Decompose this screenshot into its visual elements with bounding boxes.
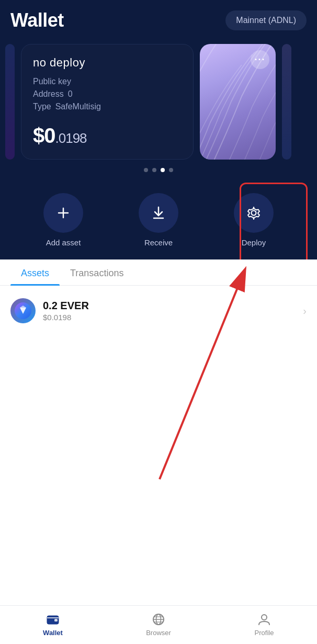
nav-browser-label: Browser bbox=[146, 629, 171, 637]
actions-section: Add asset Receive Deploy bbox=[0, 187, 317, 259]
decorative-card: ··· bbox=[200, 44, 276, 160]
user-nav-icon bbox=[257, 612, 271, 627]
pagination-dots bbox=[0, 168, 317, 172]
type-value: SafeMultisig bbox=[55, 102, 101, 111]
add-asset-action[interactable]: Add asset bbox=[43, 193, 83, 247]
card-more-button[interactable]: ··· bbox=[251, 50, 269, 69]
card-type-row: Type SafeMultisig bbox=[33, 102, 182, 111]
main-wallet-card[interactable]: no deploy Public key Address 0 Type Safe… bbox=[21, 44, 194, 160]
dot-1 bbox=[144, 168, 148, 172]
card-partial-left bbox=[5, 44, 15, 160]
cards-scroll: no deploy Public key Address 0 Type Safe… bbox=[0, 44, 317, 160]
nav-wallet[interactable]: Wallet bbox=[0, 606, 106, 644]
public-key-label: Public key bbox=[33, 77, 71, 86]
ever-logo-icon bbox=[15, 302, 31, 319]
receive-button[interactable] bbox=[139, 193, 178, 233]
ever-value: $0.0198 bbox=[43, 313, 296, 322]
dot-3-active bbox=[161, 168, 165, 172]
svg-point-15 bbox=[262, 615, 267, 620]
balance-decimal: .0198 bbox=[55, 130, 87, 146]
ever-amount: 0.2 EVER bbox=[43, 300, 296, 312]
nav-profile[interactable]: Profile bbox=[211, 606, 317, 644]
tab-assets[interactable]: Assets bbox=[10, 259, 60, 285]
app-header: Wallet Mainnet (ADNL) bbox=[0, 0, 317, 39]
dot-4 bbox=[169, 168, 173, 172]
wallet-nav-icon bbox=[46, 612, 60, 627]
card-public-key-row: Public key bbox=[33, 77, 182, 86]
balance-main: $0 bbox=[33, 124, 55, 147]
ever-asset-info: 0.2 EVER $0.0198 bbox=[43, 300, 296, 322]
deploy-label: Deploy bbox=[242, 238, 266, 247]
svg-rect-9 bbox=[54, 619, 58, 622]
asset-ever-item[interactable]: 0.2 EVER $0.0198 › bbox=[0, 291, 317, 331]
more-dots-icon: ··· bbox=[254, 54, 265, 65]
gear-icon bbox=[246, 205, 262, 221]
receive-icon bbox=[151, 205, 166, 221]
address-value: 0 bbox=[68, 89, 73, 99]
app-title: Wallet bbox=[10, 9, 64, 31]
bottom-nav: Wallet Browser Profile bbox=[0, 605, 317, 644]
tab-transactions[interactable]: Transactions bbox=[60, 259, 134, 285]
nav-wallet-label: Wallet bbox=[43, 629, 63, 637]
svg-point-4 bbox=[252, 211, 256, 216]
receive-label: Receive bbox=[144, 238, 173, 247]
plus-icon bbox=[55, 205, 71, 221]
deploy-action[interactable]: Deploy bbox=[234, 193, 274, 247]
address-label: Address bbox=[33, 89, 64, 99]
globe-nav-icon bbox=[151, 612, 166, 627]
asset-list: 0.2 EVER $0.0198 › bbox=[0, 286, 317, 336]
content-section: Assets Transactions bbox=[0, 259, 317, 479]
network-selector[interactable]: Mainnet (ADNL) bbox=[225, 10, 307, 30]
nav-profile-label: Profile bbox=[255, 629, 274, 637]
dot-2 bbox=[152, 168, 156, 172]
add-asset-label: Add asset bbox=[46, 238, 81, 247]
card-address-row: Address 0 bbox=[33, 89, 182, 99]
deploy-button[interactable] bbox=[234, 193, 274, 233]
receive-action[interactable]: Receive bbox=[139, 193, 178, 247]
tabs-row: Assets Transactions bbox=[0, 259, 317, 286]
ever-icon bbox=[10, 298, 36, 323]
ever-chevron-icon: › bbox=[303, 305, 307, 317]
add-asset-button[interactable] bbox=[43, 193, 83, 233]
card-status: no deploy bbox=[33, 56, 182, 70]
card-balance: $0.0198 bbox=[33, 124, 182, 148]
type-label: Type bbox=[33, 102, 51, 111]
card-partial-right bbox=[282, 44, 291, 160]
cards-section: no deploy Public key Address 0 Type Safe… bbox=[0, 39, 317, 187]
nav-browser[interactable]: Browser bbox=[106, 606, 211, 644]
